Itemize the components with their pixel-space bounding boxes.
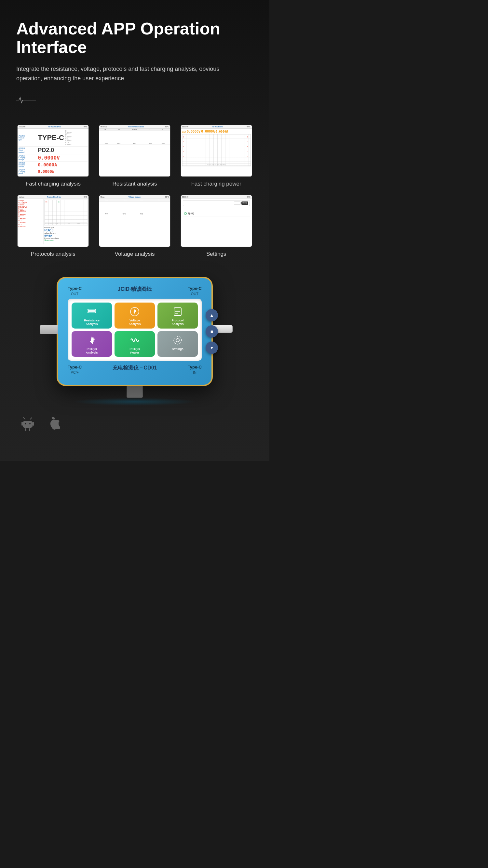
port-top-right-type: Type-C (188, 286, 202, 291)
screenshot-label-voltage: Voltage analysis (115, 251, 155, 257)
nav-home-button[interactable]: ■ (206, 325, 218, 338)
svg-text:3: 3 (247, 150, 248, 152)
screenshot-voltage: Meas Voltage Analysis 00°C Meas TYPE-C M… (98, 195, 172, 257)
app-tile-settings[interactable]: Settings (157, 331, 198, 357)
screenshot-label-settings: Settings (206, 251, 226, 257)
screenshot-frame-protocol: Voltage Protocol Analysis 00°C Voltage 4… (17, 195, 89, 247)
port-bottom-right: Type-C IN (188, 365, 202, 375)
app-pdqc-power-label: PD+QCPower (130, 347, 140, 354)
app-tile-resistance[interactable]: ResistanceAnalysis (71, 303, 112, 329)
screenshot-protocol: Voltage Protocol Analysis 00°C Voltage 4… (16, 195, 90, 257)
svg-text:9: 9 (247, 135, 248, 138)
connector-left (40, 325, 58, 334)
device-shadow (73, 398, 197, 406)
screenshot-fast-charge: 00:00:00 PD+QC Analysis 00°C 产品类型Product… (16, 125, 90, 187)
app-protocol-label: ProtocolAnalysis (171, 319, 183, 326)
svg-text:1: 1 (247, 155, 248, 157)
android-icon (20, 415, 36, 432)
page-subtitle: Integrate the resistance, voltage, proto… (16, 64, 237, 83)
device-body: Type-C OUT JCID·精诚图纸 Type-C OUT (57, 277, 213, 386)
device-outer: Type-C OUT JCID·精诚图纸 Type-C OUT (57, 277, 213, 386)
nav-up-button[interactable]: ▲ (206, 309, 218, 321)
app-voltage-label: VoltageAnalysis (128, 319, 141, 326)
settings-app-icon (172, 334, 183, 346)
svg-rect-36 (25, 428, 26, 431)
app-tile-pdqc-analysis[interactable]: PD+QCAnalysis (71, 331, 112, 357)
page-title: Advanced APP Operation Interface (16, 20, 253, 57)
page-wrapper: Advanced APP Operation Interface Integra… (0, 0, 269, 461)
svg-text:9: 9 (183, 135, 184, 138)
pdqc-analysis-icon (86, 334, 97, 346)
svg-marker-22 (133, 309, 136, 315)
svg-text:D+: D+ (58, 201, 60, 203)
screenshot-power: 00:00:00 PD+QC Power 00°C V/A 0.0000V 0.… (179, 125, 253, 187)
screenshot-frame-voltage: Meas Voltage Analysis 00°C Meas TYPE-C M… (99, 195, 170, 247)
svg-rect-34 (22, 422, 23, 426)
port-bottom-right-type: Type-C (188, 365, 202, 370)
svg-text:1: 1 (183, 155, 184, 157)
svg-text:D+: D+ (46, 201, 48, 203)
svg-text:3: 3 (183, 150, 184, 152)
screenshot-label-protocol: Protocols analysis (31, 251, 76, 257)
svg-text:CC1: CC1 (68, 223, 70, 224)
port-bottom-left-type: Type-C (68, 365, 82, 370)
svg-line-38 (23, 417, 25, 419)
screenshot-frame-power: 00:00:00 PD+QC Power 00°C V/A 0.0000V 0.… (180, 125, 252, 177)
svg-point-32 (25, 423, 26, 425)
svg-text:5: 5 (183, 145, 184, 148)
apple-icon (46, 415, 62, 432)
device-screen: ResistanceAnalysis VoltageAnalysis (68, 299, 202, 361)
resistance-icon (86, 306, 97, 317)
bottom-icons (16, 406, 253, 435)
app-tile-protocol[interactable]: ProtocolAnalysis (157, 303, 198, 329)
app-tile-voltage[interactable]: VoltageAnalysis (115, 303, 155, 329)
svg-text:CC2: CC2 (78, 223, 80, 224)
nav-down-button[interactable]: ▼ (206, 342, 218, 354)
screenshot-label-fast-charge: Fast charging analysis (26, 181, 81, 187)
voltage-icon (129, 306, 141, 317)
svg-text:7: 7 (247, 141, 248, 143)
screenshot-settings: 00:00:00 00°C ☆ Theme Light Deep ${[ ['L… (179, 195, 253, 257)
app-settings-label: Settings (172, 347, 183, 351)
svg-rect-35 (32, 422, 34, 426)
svg-point-30 (174, 336, 181, 344)
app-grid: ResistanceAnalysis VoltageAnalysis (71, 303, 198, 357)
device-section: Type-C OUT JCID·精诚图纸 Type-C OUT (16, 277, 253, 406)
device-nav-buttons: ▲ ■ ▼ (206, 309, 218, 354)
protocol-icon (172, 306, 183, 317)
port-top-right-sub: OUT (188, 291, 202, 296)
port-bottom-right-sub: IN (188, 370, 202, 375)
svg-text:7: 7 (183, 141, 184, 143)
svg-point-29 (176, 339, 179, 342)
device-model: 充电检测仪－CD01 (113, 365, 157, 375)
port-top-left: Type-C OUT (68, 286, 82, 296)
screenshots-grid: 00:00:00 PD+QC Analysis 00°C 产品类型Product… (16, 125, 253, 257)
pdqc-power-icon (129, 334, 141, 346)
svg-line-39 (30, 417, 32, 419)
screenshot-frame-settings: 00:00:00 00°C ☆ Theme Light Deep ${[ ['L… (180, 195, 252, 247)
port-top-left-sub: OUT (68, 291, 82, 296)
app-tile-pdqc-power[interactable]: PD+QCPower (115, 331, 155, 357)
svg-point-33 (29, 423, 31, 425)
svg-text:5: 5 (247, 145, 248, 148)
wave-icon (16, 96, 36, 104)
svg-rect-31 (23, 421, 32, 428)
svg-rect-37 (29, 428, 30, 431)
port-top-right: Type-C OUT (188, 286, 202, 296)
device-bottom-labels: Type-C PC/+ 充电检测仪－CD01 Type-C IN (64, 365, 205, 375)
bottom-connector (126, 386, 143, 398)
app-pdqc-analysis-label: PD+QCAnalysis (86, 347, 97, 354)
port-bottom-left-sub: PC/+ (68, 370, 82, 375)
port-bottom-left: Type-C PC/+ (68, 365, 82, 375)
app-resistance-label: ResistanceAnalysis (84, 319, 99, 326)
screenshot-label-power: Fast charging power (191, 181, 241, 187)
device-top-labels: Type-C OUT JCID·精诚图纸 Type-C OUT (64, 286, 205, 296)
svg-text:0 2 4 6 8 10 12 14 16: 0 2 4 6 8 10 12 14 16 (46, 223, 58, 224)
screenshot-frame-resistance: 00:00:00 Resistance Analysis 00°C Meas S… (99, 125, 170, 177)
port-top-left-type: Type-C (68, 286, 82, 291)
screenshot-resistance: 00:00:00 Resistance Analysis 00°C Meas S… (98, 125, 172, 187)
device-brand: JCID·精诚图纸 (118, 286, 152, 296)
screenshot-label-resistance: Resistant analysis (112, 181, 157, 187)
screenshot-frame-fast-charge: 00:00:00 PD+QC Analysis 00°C 产品类型Product… (17, 125, 89, 177)
